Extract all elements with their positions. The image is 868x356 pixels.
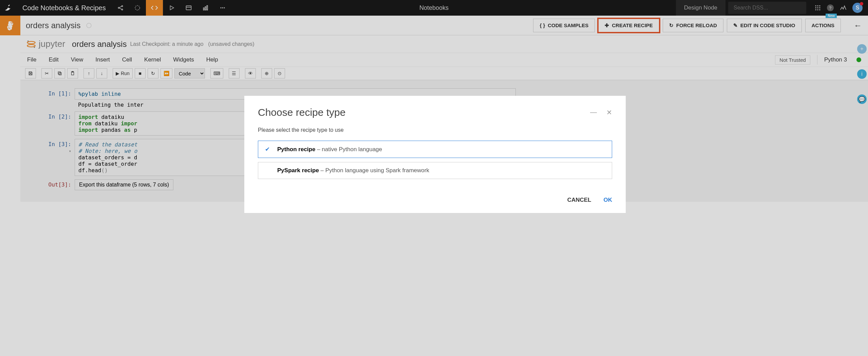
cancel-button[interactable]: CANCEL — [567, 197, 591, 203]
minimize-icon[interactable]: — — [590, 108, 597, 117]
recipe-desc: – native Python language — [315, 146, 382, 153]
recipe-option-pyspark[interactable]: PySpark recipe – Python language using S… — [258, 162, 612, 179]
recipe-option-python[interactable]: ✔ Python recipe – native Python language — [258, 141, 612, 158]
ok-button[interactable]: OK — [604, 197, 612, 203]
check-icon: ✔ — [265, 146, 272, 153]
recipe-name: PySpark recipe — [277, 167, 319, 174]
modal-title: Choose recipe type — [258, 107, 346, 118]
close-icon[interactable]: ✕ — [606, 108, 612, 117]
modal-instruction: Please select the recipe type to use — [258, 127, 612, 133]
recipe-desc: – Python language using Spark framework — [319, 167, 429, 174]
recipe-type-modal: Choose recipe type — ✕ Please select the… — [244, 96, 626, 213]
recipe-name: Python recipe — [277, 146, 315, 153]
